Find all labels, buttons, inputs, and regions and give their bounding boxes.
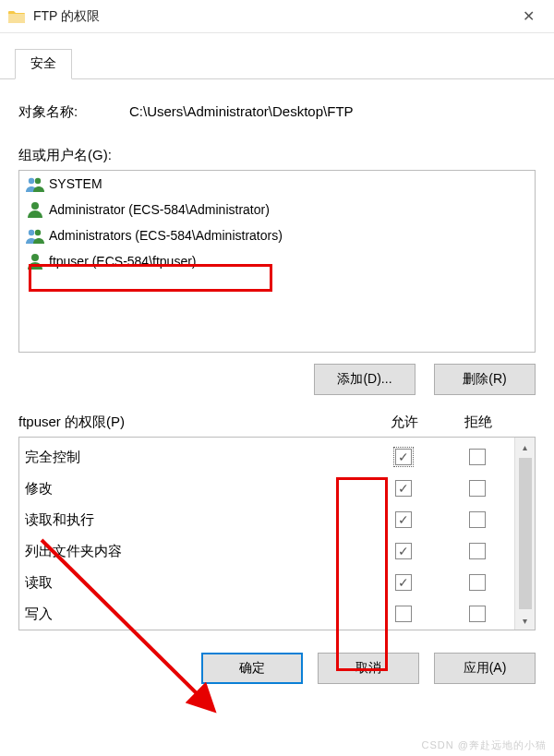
permission-name: 列出文件夹内容 — [25, 543, 367, 560]
titlebar: FTP 的权限 ✕ — [0, 0, 554, 33]
permission-row: 读取和执行 — [25, 504, 514, 535]
deny-checkbox[interactable] — [469, 511, 486, 528]
allow-checkbox[interactable] — [395, 606, 412, 622]
apply-button[interactable]: 应用(A) — [434, 653, 536, 684]
permission-row: 写入 — [25, 598, 514, 630]
group-icon — [25, 174, 45, 194]
permissions-list: 完全控制修改读取和执行列出文件夹内容读取写入 — [19, 438, 514, 630]
permission-name: 修改 — [25, 480, 367, 498]
list-item-label: SYSTEM — [49, 176, 102, 191]
svg-point-2 — [31, 202, 39, 210]
svg-point-1 — [35, 178, 41, 184]
col-deny-header: 拒绝 — [441, 414, 515, 431]
list-item-label: Administrators (ECS-584\Administrators) — [49, 228, 283, 243]
scroll-thumb[interactable] — [519, 458, 532, 609]
allow-checkbox[interactable] — [395, 574, 412, 591]
close-button[interactable]: ✕ — [510, 3, 547, 30]
permission-name: 写入 — [25, 606, 367, 623]
svg-point-3 — [29, 230, 34, 235]
deny-checkbox[interactable] — [469, 574, 486, 591]
add-button[interactable]: 添加(D)... — [314, 364, 416, 395]
allow-checkbox[interactable] — [395, 543, 412, 559]
svg-point-4 — [35, 230, 41, 235]
dialog-buttons: 确定 取消 应用(A) — [0, 638, 554, 699]
user-icon — [25, 199, 45, 220]
list-item-label: ftpuser (ECS-584\ftpuser) — [49, 254, 197, 269]
permission-row: 读取 — [25, 567, 514, 598]
tab-security[interactable]: 安全 — [15, 49, 72, 79]
object-name-value: C:\Users\Administrator\Desktop\FTP — [129, 103, 536, 121]
permission-name: 读取和执行 — [25, 511, 367, 529]
group-icon — [25, 225, 45, 246]
scroll-up[interactable]: ▴ — [515, 438, 535, 456]
object-name-label: 对象名称: — [18, 103, 129, 121]
deny-checkbox[interactable] — [469, 606, 486, 622]
groups-label: 组或用户名(G): — [18, 147, 536, 164]
deny-checkbox[interactable] — [469, 480, 486, 497]
svg-point-5 — [31, 254, 39, 261]
permissions-box: 完全控制修改读取和执行列出文件夹内容读取写入 ▴ ▾ — [18, 437, 536, 630]
permission-name: 完全控制 — [25, 449, 367, 466]
list-item[interactable]: ftpuser (ECS-584\ftpuser) — [19, 248, 535, 274]
remove-button[interactable]: 删除(R) — [434, 364, 536, 395]
deny-checkbox[interactable] — [469, 543, 486, 559]
deny-checkbox[interactable] — [469, 449, 486, 465]
allow-checkbox[interactable] — [395, 449, 412, 465]
groups-listbox[interactable]: SYSTEMAdministrator (ECS-584\Administrat… — [18, 170, 536, 353]
svg-point-0 — [29, 178, 34, 184]
list-item-label: Administrator (ECS-584\Administrator) — [49, 202, 270, 217]
list-item[interactable]: SYSTEM — [19, 171, 535, 197]
permission-row: 修改 — [25, 473, 514, 504]
permissions-header: ftpuser 的权限(P) 允许 拒绝 — [18, 414, 536, 431]
folder-icon — [7, 9, 26, 24]
watermark: CSDN @奔赴远地的小猫 — [422, 738, 547, 752]
permission-row: 列出文件夹内容 — [25, 535, 514, 567]
allow-checkbox[interactable] — [395, 480, 412, 497]
permissions-label: ftpuser 的权限(P) — [18, 414, 367, 431]
permission-row: 完全控制 — [25, 441, 514, 473]
scrollbar[interactable]: ▴ ▾ — [514, 438, 535, 630]
permission-name: 读取 — [25, 574, 367, 592]
cancel-button[interactable]: 取消 — [318, 653, 419, 684]
scroll-down[interactable]: ▾ — [515, 611, 535, 630]
list-item[interactable]: Administrators (ECS-584\Administrators) — [19, 222, 535, 248]
window-title: FTP 的权限 — [33, 8, 510, 25]
object-name-row: 对象名称: C:\Users\Administrator\Desktop\FTP — [18, 103, 536, 121]
dialog-content: 对象名称: C:\Users\Administrator\Desktop\FTP… — [0, 79, 554, 638]
col-allow-header: 允许 — [367, 414, 441, 431]
allow-checkbox[interactable] — [395, 511, 412, 528]
user-icon — [25, 251, 45, 271]
list-item[interactable]: Administrator (ECS-584\Administrator) — [19, 197, 535, 222]
tab-strip: 安全 — [0, 33, 554, 79]
ok-button[interactable]: 确定 — [201, 653, 303, 684]
group-buttons-row: 添加(D)... 删除(R) — [18, 364, 536, 395]
